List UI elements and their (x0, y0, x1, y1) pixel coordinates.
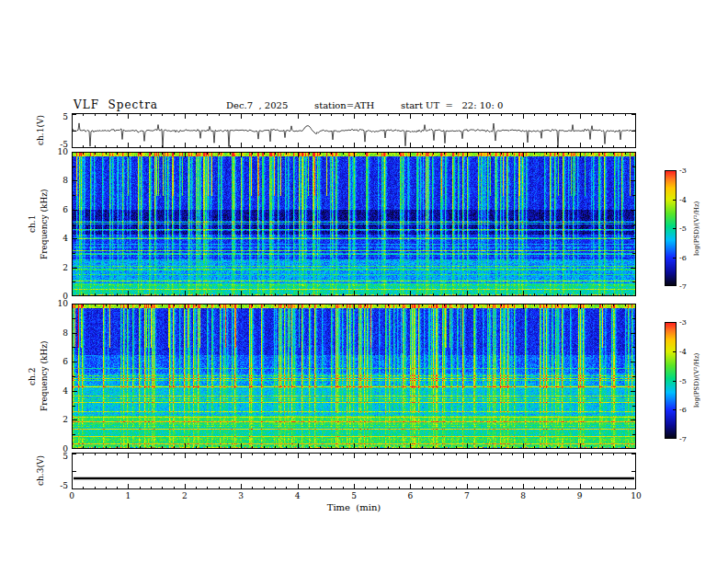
colorbar2-tick-label: -3 (679, 318, 687, 327)
x-tick-label: 4 (295, 491, 301, 500)
ch2-freq-tick-label: 0 (63, 444, 68, 454)
ch1-freq-tick-label: 10 (58, 147, 68, 156)
ch2-freq-tick-label: 10 (58, 299, 68, 308)
colorbar1-gradient (665, 170, 677, 286)
x-tick-label: 9 (577, 491, 583, 500)
colorbar2-gradient (665, 322, 677, 439)
figure-date: Dec.7 , 2025 (226, 100, 288, 110)
colorbar1-tick-label: -4 (679, 195, 687, 203)
ch1-freq-tick-label: 4 (63, 234, 68, 243)
x-tick-label: 2 (182, 491, 188, 500)
x-tick-label: 5 (351, 491, 357, 500)
ch2-freq-tick-label: 4 (63, 386, 68, 396)
ch2-spectrogram-canvas (72, 304, 636, 449)
ch1-volt-tick-label: 5 (63, 112, 68, 121)
ch1-spectrogram-canvas (72, 152, 636, 296)
x-tick-label: 10 (631, 491, 641, 500)
ch1-channel-label: ch.1 (27, 152, 38, 296)
x-tick-label: 8 (520, 491, 526, 500)
x-tick-label: 7 (464, 491, 470, 500)
colorbar1-tick-label: -5 (679, 224, 687, 233)
ch1-freq-tick-label: 8 (63, 176, 68, 185)
ch1-voltage-axis-label: ch.1(V) (35, 113, 46, 148)
figure-station: station=ATH (314, 100, 374, 110)
ch2-frequency-axis-label: Frequency (kHz) (39, 304, 50, 449)
colorbar1-label: log(PSD)/(V²/Hz) (691, 170, 702, 286)
x-tick-label: 1 (126, 491, 131, 500)
ch2-freq-tick-label: 6 (63, 357, 68, 366)
ch3-waveform-canvas (72, 453, 636, 489)
ch1-freq-tick-label: 2 (63, 263, 68, 272)
figure-title: VLF Spectra (74, 98, 158, 111)
colorbar2-tick-label: -6 (679, 406, 687, 414)
vlf-spectra-figure: VLF Spectra Dec.7 , 2025 station=ATH sta… (0, 0, 728, 563)
colorbar2-tick-label: -4 (679, 347, 687, 355)
x-tick-label: 3 (238, 491, 244, 500)
ch2-freq-tick-label: 2 (63, 415, 68, 424)
figure-start-ut: start UT = 22: 10: 0 (401, 100, 503, 110)
colorbar2-tick-label: -5 (679, 376, 687, 385)
x-tick-label: 0 (69, 491, 74, 500)
ch3-voltage-axis-label: ch.3(V) (35, 453, 46, 489)
ch3-volt-tick-label: -5 (60, 481, 68, 490)
colorbar2-label: log(PSD)/(V²/Hz) (691, 322, 702, 439)
ch1-waveform-canvas (72, 113, 636, 148)
time-axis-label: Time (min) (72, 502, 636, 512)
colorbar1-tick-label: -7 (679, 282, 687, 291)
ch1-freq-tick-label: 6 (63, 205, 68, 214)
x-tick-label: 6 (408, 491, 414, 500)
ch2-channel-label: ch.2 (27, 304, 38, 449)
colorbar2-tick-label: -7 (679, 435, 687, 443)
colorbar1-tick-label: -6 (679, 253, 687, 261)
colorbar1-tick-label: -3 (679, 167, 687, 175)
ch1-frequency-axis-label: Frequency (kHz) (39, 152, 50, 296)
ch2-freq-tick-label: 8 (63, 328, 68, 338)
